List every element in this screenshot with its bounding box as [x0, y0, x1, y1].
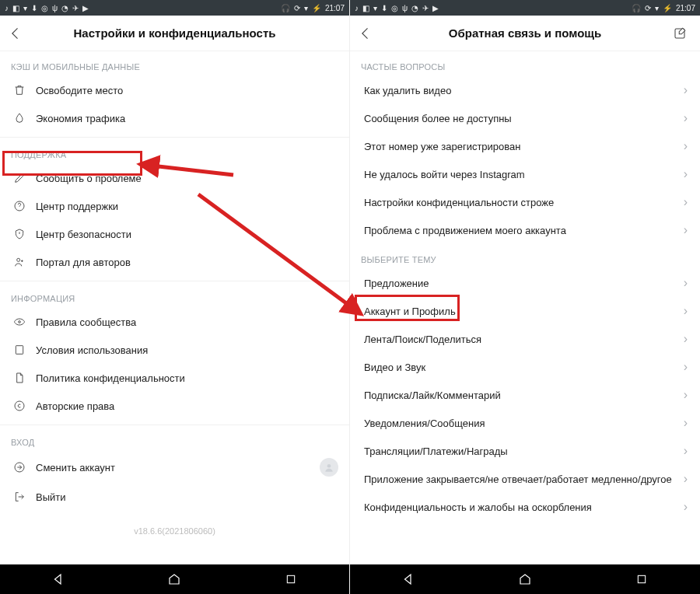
book-icon: [11, 344, 28, 356]
copyright-icon: [11, 400, 28, 412]
question-icon: [11, 200, 28, 212]
row-report-problem[interactable]: Сообщить о проблеме: [0, 164, 349, 192]
row-safety-center[interactable]: Центр безопасности: [0, 220, 349, 248]
back-button[interactable]: [350, 18, 381, 49]
nav-home[interactable]: [502, 568, 548, 591]
nav-recent[interactable]: [268, 568, 314, 591]
phone-left-settings: ♪◧▾⬇◎ψ◔✈▶ 🎧⟳▾⚡21:07 Настройки и конфиден…: [0, 0, 350, 594]
row-privacy-policy[interactable]: Политика конфиденциальности: [0, 364, 349, 392]
row-label: Этот номер уже зарегистрирован: [362, 141, 684, 152]
divider: [0, 425, 349, 425]
back-button[interactable]: [0, 18, 31, 49]
row-label: Подписка/Лайк/Комментарий: [362, 390, 684, 401]
row-label: Освободите место: [36, 85, 338, 96]
svg-rect-9: [638, 575, 645, 582]
chevron-right-icon: ›: [684, 139, 688, 153]
row-label: Не удалось войти через Instagram: [362, 169, 684, 180]
divider: [0, 281, 349, 281]
row-label: Уведомления/Сообщения: [362, 418, 684, 429]
nav-recent[interactable]: [618, 568, 665, 591]
shield-icon: [11, 228, 28, 240]
chevron-right-icon: ›: [684, 223, 688, 237]
row-label: Аккаунт и Профиль: [362, 306, 684, 317]
avatar-icon: [320, 458, 338, 477]
switch-icon: [11, 461, 28, 473]
row-label: Политика конфиденциальности: [36, 372, 338, 384]
page-title: Обратная связь и помощь: [350, 26, 700, 40]
row-support-center[interactable]: Центр поддержки: [0, 192, 349, 220]
row-label: Предложение: [362, 278, 684, 289]
svg-rect-3: [16, 346, 23, 355]
faq-number-registered[interactable]: Этот номер уже зарегистрирован ›: [350, 132, 700, 160]
row-label: Конфиденциальность и жалобы на оскорблен…: [362, 501, 684, 513]
svg-point-1: [17, 258, 20, 261]
topic-account-profile[interactable]: Аккаунт и Профиль ›: [350, 297, 700, 325]
row-label: Экономия трафика: [36, 113, 338, 124]
status-time: 21:07: [325, 4, 345, 12]
drop-icon: [11, 112, 28, 124]
row-label: Сообщить о проблеме: [36, 173, 338, 184]
row-community-guidelines[interactable]: Правила сообщества: [0, 308, 349, 336]
faq-instagram-login[interactable]: Не удалось войти через Instagram ›: [350, 160, 700, 188]
row-label: Приложение закрывается/не отвечает/работ…: [362, 473, 684, 485]
chevron-right-icon: ›: [684, 83, 688, 97]
chevron-right-icon: ›: [684, 444, 688, 458]
row-label: Центр поддержки: [36, 201, 338, 212]
chevron-right-icon: ›: [684, 416, 688, 430]
eye-icon: [11, 316, 28, 328]
row-data-saver[interactable]: Экономия трафика: [0, 104, 349, 132]
topic-live-payments-rewards[interactable]: Трансляции/Платежи/Награды ›: [350, 437, 700, 465]
topic-follow-like-comment[interactable]: Подписка/Лайк/Комментарий ›: [350, 381, 700, 409]
nav-back[interactable]: [35, 568, 82, 591]
topic-feed-search-share[interactable]: Лента/Поиск/Поделиться ›: [350, 325, 700, 353]
topic-app-crash-slow[interactable]: Приложение закрывается/не отвечает/работ…: [350, 465, 700, 493]
section-header: ЧАСТЫЕ ВОПРОСЫ: [350, 51, 700, 76]
section-header: ИНФОРМАЦИЯ: [0, 283, 349, 308]
svg-point-6: [327, 464, 331, 468]
row-label: Портал для авторов: [36, 257, 338, 268]
svg-rect-7: [287, 575, 294, 582]
chevron-right-icon: ›: [684, 500, 688, 514]
row-terms[interactable]: Условия использования: [0, 336, 349, 364]
section-header: ВХОД: [0, 427, 349, 452]
status-bar: ♪◧▾⬇◎ψ◔✈▶ 🎧⟳▾⚡21:07: [0, 0, 349, 16]
row-label: Центр безопасности: [36, 229, 338, 240]
android-navbar: [0, 564, 349, 594]
row-label: Правила сообщества: [36, 316, 338, 328]
compose-button[interactable]: [664, 18, 695, 49]
chevron-right-icon: ›: [684, 472, 688, 486]
row-copyright[interactable]: Авторские права: [0, 392, 349, 420]
section-header: КЭШ И МОБИЛЬНЫЕ ДАННЫЕ: [0, 51, 349, 76]
chevron-right-icon: ›: [684, 195, 688, 209]
topic-suggestion[interactable]: Предложение ›: [350, 269, 700, 297]
faq-delete-video[interactable]: Как удалить видео ›: [350, 76, 700, 104]
nav-home[interactable]: [151, 568, 198, 591]
faq-messages-unavailable[interactable]: Сообщения более не доступны ›: [350, 104, 700, 132]
row-free-space[interactable]: Освободите место: [0, 76, 349, 104]
person-icon: [11, 256, 28, 268]
status-time: 21:07: [676, 4, 695, 12]
feedback-content: ЧАСТЫЕ ВОПРОСЫ Как удалить видео › Сообщ…: [350, 51, 700, 564]
topic-video-sound[interactable]: Видео и Звук ›: [350, 353, 700, 381]
faq-promotion-issue[interactable]: Проблема с продвижением моего аккаунта ›: [350, 216, 700, 244]
topic-privacy-abuse-reports[interactable]: Конфиденциальность и жалобы на оскорблен…: [350, 493, 700, 521]
row-logout[interactable]: Выйти: [0, 483, 349, 511]
chevron-right-icon: ›: [684, 111, 688, 125]
row-label: Сообщения более не доступны: [362, 113, 684, 124]
title-bar: Обратная связь и помощь: [350, 16, 700, 51]
trash-icon: [11, 84, 28, 96]
faq-privacy-stricter[interactable]: Настройки конфиденциальности строже ›: [350, 188, 700, 216]
nav-back[interactable]: [385, 568, 432, 591]
chevron-right-icon: ›: [684, 388, 688, 402]
chevron-right-icon: ›: [684, 276, 688, 290]
row-label: Выйти: [36, 491, 338, 503]
row-switch-account[interactable]: Сменить аккаунт: [0, 452, 349, 483]
page-title: Настройки и конфиденциальность: [0, 26, 349, 40]
topic-notifications-messages[interactable]: Уведомления/Сообщения ›: [350, 409, 700, 437]
version-text: v18.6.6(2021806060): [0, 511, 349, 542]
svg-point-2: [19, 321, 21, 323]
row-creator-portal[interactable]: Портал для авторов: [0, 248, 349, 276]
chevron-right-icon: ›: [684, 304, 688, 318]
chevron-right-icon: ›: [684, 167, 688, 181]
settings-content: КЭШ И МОБИЛЬНЫЕ ДАННЫЕ Освободите место …: [0, 51, 349, 564]
